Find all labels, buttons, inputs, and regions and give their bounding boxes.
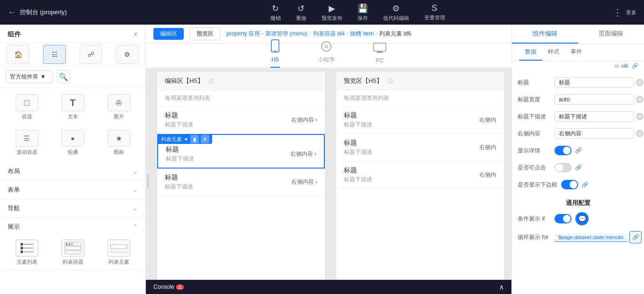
display-section-header[interactable]: 展示 ⌃: [0, 218, 145, 236]
prev-item-2-right: 右侧内​: [479, 143, 496, 151]
component-scroll[interactable]: ☰ 滚动容器: [6, 127, 48, 159]
condition-if-chat-icon[interactable]: 💬: [575, 212, 589, 225]
layout-section-header[interactable]: 布局 ⌄: [0, 162, 145, 180]
prop-right-content-input[interactable]: [555, 128, 634, 139]
left-resize-handle[interactable]: [146, 68, 150, 294]
back-button[interactable]: ←: [8, 8, 16, 18]
sidebar-icon-home[interactable]: 🏠: [7, 45, 29, 64]
image-icon: ✇: [107, 94, 130, 111]
nav-title: 导航: [8, 204, 20, 213]
sidebar-header: 组件 ×: [0, 25, 145, 43]
prop-title-clear[interactable]: ✕: [636, 79, 644, 86]
tab-pc[interactable]: PC: [373, 42, 387, 68]
preview-publish-icon: ▶: [329, 3, 335, 14]
edit-panel-help: ⓘ: [209, 78, 214, 84]
sidebar-icon-component[interactable]: ☷: [43, 45, 66, 64]
prop-show-detail-toggle[interactable]: [555, 146, 572, 155]
prop-loop-for-input[interactable]: [555, 233, 627, 242]
preview-area-button[interactable]: 预览区: [189, 27, 221, 40]
prop-loop-for-link-btn[interactable]: 🔗: [629, 231, 642, 243]
prop-show-border-value: 🔗: [561, 180, 638, 189]
prop-right-content-clear[interactable]: ✕: [636, 130, 644, 137]
component-text[interactable]: T 文本: [52, 91, 94, 123]
prop-clickable-toggle[interactable]: [555, 163, 572, 172]
carousel-icon: ●: [62, 130, 84, 147]
save-button[interactable]: 💾 保存: [358, 3, 368, 22]
list-item-icon: [107, 240, 130, 257]
nav-section-header[interactable]: 导航 ⌄: [0, 199, 145, 217]
item-3-right: 右侧内容 ›: [291, 178, 317, 186]
search-button[interactable]: 🔍: [57, 70, 70, 83]
component-icon[interactable]: ★ 图标: [98, 127, 140, 159]
sidebar-icon-layer[interactable]: ☍: [80, 45, 102, 64]
edit-area-button[interactable]: 编辑区: [153, 28, 184, 40]
console-collapse-button[interactable]: ∧: [499, 283, 504, 291]
prop-show-border-toggle[interactable]: [561, 180, 578, 189]
tab-h5[interactable]: H5: [270, 39, 280, 68]
redo-label: 重做: [296, 15, 306, 22]
prop-title-desc-input[interactable]: [555, 111, 634, 122]
display-list-item[interactable]: 列表元素: [98, 240, 140, 266]
subtab-event[interactable]: 事件: [565, 44, 588, 61]
tab-page-edit[interactable]: 页面编辑: [578, 25, 644, 44]
badge-actions: ▮ ✕: [190, 135, 209, 143]
display-arrow: ⌃: [133, 223, 138, 230]
prop-show-border-link[interactable]: 🔗: [580, 180, 590, 189]
prop-show-detail-link[interactable]: 🔗: [573, 146, 583, 155]
badge-dropdown-arrow[interactable]: ▼: [184, 137, 188, 142]
item-1-right: 右侧内容 ›: [291, 116, 317, 124]
main-layout: 组件 × 🏠 ☷ ☍ ⚙ 官方组件库 ▼ 🔍: [0, 25, 644, 294]
form-section-header[interactable]: 表单 ⌄: [0, 181, 145, 199]
sidebar-title: 组件: [8, 30, 21, 39]
prop-title-width-input[interactable]: [555, 94, 634, 105]
prop-show-detail-label: 显示详情: [518, 147, 551, 155]
toggle-dot-show-border: [570, 181, 577, 188]
component-container[interactable]: □ 容器: [6, 91, 48, 123]
prop-title-width-value: ✕ 🔗: [555, 94, 644, 105]
variable-button[interactable]: S 变量管理: [424, 3, 445, 21]
component-image[interactable]: ✇ 图片: [98, 91, 140, 123]
breadcrumb-list[interactable]: 列表容器 id4: [313, 30, 345, 38]
list-item-1[interactable]: 标题 标题下描述 右侧内容 ›: [157, 107, 325, 134]
sidebar-close-button[interactable]: ×: [134, 30, 138, 39]
prev-item-2-left: 标题 标题下描述: [344, 139, 372, 156]
display-list[interactable]: 元素列表: [6, 240, 48, 266]
prop-title-width-clear[interactable]: ✕: [636, 96, 644, 103]
subtab-style[interactable]: 样式: [542, 44, 565, 61]
editor-scroll-area[interactable]: 编辑区【H5】 ⓘ 每周菜谱查询列表 标题 标题下描述 右侧: [150, 68, 511, 294]
toolbar-right: ⋮ 更多: [613, 7, 636, 18]
list-item-3[interactable]: 标题 标题下描述 右侧内容 ›: [157, 169, 325, 196]
prop-condition-if-toggle[interactable]: [555, 214, 572, 223]
redo-button[interactable]: ↺ 重做: [296, 3, 306, 22]
breadcrumb-sep-2: /: [347, 31, 348, 37]
tab-component-edit[interactable]: 组件编辑: [512, 25, 578, 44]
more-button[interactable]: ⋮: [613, 7, 622, 18]
prop-clickable-label: 是否可点击: [518, 164, 551, 172]
prop-title-input[interactable]: [555, 77, 634, 88]
copy-button[interactable]: ▮: [190, 135, 199, 143]
tab-miniapp[interactable]: ⚙ 小程序: [318, 41, 335, 68]
undo-button[interactable]: ↻ 撤销: [270, 3, 281, 22]
preview-publish-button[interactable]: ▶ 预览发布: [322, 3, 342, 22]
prop-clickable-link[interactable]: 🔗: [573, 163, 583, 172]
console-label: Console: [153, 284, 174, 290]
prop-title-desc-value: ✕ 🔗: [555, 111, 644, 122]
low-code-button[interactable]: ⚙ 低代码编辑: [383, 3, 409, 22]
breadcrumb-app[interactable]: property 应用 - 菜谱管理 (menu): [226, 30, 307, 38]
breadcrumb-item[interactable]: 插槽 item: [350, 30, 374, 38]
subtab-data[interactable]: 数据: [519, 44, 542, 61]
delete-button[interactable]: ✕: [201, 135, 209, 143]
list-item-2[interactable]: 列表元素 ▼ ▮ ✕ 标题 标题下描述: [157, 134, 325, 169]
component-carousel[interactable]: ● 轮播: [52, 127, 94, 159]
save-icon: 💾: [358, 3, 368, 14]
left-sidebar: 组件 × 🏠 ☷ ☍ ⚙ 官方组件库 ▼ 🔍: [0, 25, 146, 294]
sidebar-icon-settings[interactable]: ⚙: [116, 45, 139, 64]
prop-title-desc-clear[interactable]: ✕: [636, 113, 644, 120]
svg-rect-1: [274, 51, 277, 52]
display-list-container[interactable]: A B C 列表容器: [52, 240, 94, 266]
prev-item-3-left: 标题 标题下描述: [344, 166, 372, 184]
prop-loop-for-value: 🔗: [555, 231, 642, 243]
scroll-id-link[interactable]: 🔗: [632, 63, 638, 69]
prev-item-1-right: 右侧内​: [479, 116, 496, 124]
component-library-select[interactable]: 官方组件库 ▼: [6, 71, 53, 83]
